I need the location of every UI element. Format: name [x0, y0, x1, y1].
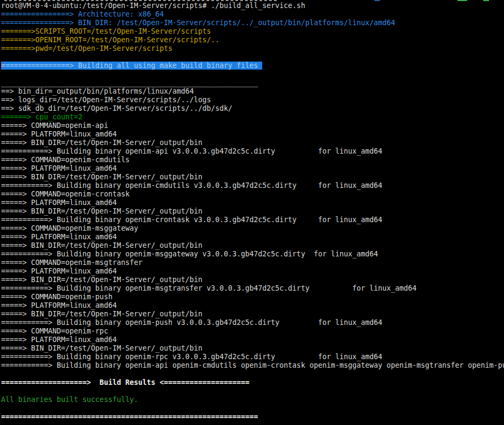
terminal-line-text: =====> PLATFORM=linux_amd64 [1, 130, 117, 138]
terminal-line-text: ================> BIN_DIR: /test/Open-IM… [1, 19, 395, 27]
terminal-line-text: ================> Building all using mak… [1, 62, 262, 70]
terminal-line-text: =======>pwd=/test/Open-IM-Server/scripts [1, 44, 172, 52]
terminal-line-text: =====> BIN_DIR=/test/Open-IM-Server/_out… [1, 276, 202, 284]
terminal-line-text: =====> PLATFORM=linux_amd64 [1, 164, 117, 172]
terminal-line-text: ===========> Building binary openim-cmdu… [1, 181, 382, 189]
terminal-line: =====> COMMAND=openim-cmdutils [1, 156, 504, 164]
terminal-line [1, 53, 504, 62]
terminal-line-text: ======> cpu_count=2 [1, 113, 82, 121]
terminal-line-text: ________________________________________… [1, 79, 258, 87]
terminal-line [1, 404, 504, 413]
terminal-line: =====> BIN_DIR=/test/Open-IM-Server/_out… [1, 241, 504, 250]
terminal-line-text: root@VM-0-4-ubuntu:/test/Open-IM-Server/… [1, 2, 305, 10]
terminal-line-text: =======>SCRIPTS_ROOT=/test/Open-IM-Serve… [1, 27, 211, 35]
terminal-line-text: =====> PLATFORM=linux_amd64 [1, 267, 117, 275]
terminal-line: ==> logs_dir=/test/Open-IM-Server/script… [1, 96, 504, 104]
terminal-line: =====> PLATFORM=linux_amd64 [1, 199, 504, 207]
clipped-text-fragment [4, 0, 278, 1]
terminal-line: =====> PLATFORM=linux_amd64 [1, 336, 504, 344]
terminal-line-text: =====> PLATFORM=linux_amd64 [1, 233, 117, 241]
terminal-line-text: =====> COMMAND=openim-msgtransfer [1, 259, 142, 267]
terminal-line: ===========> Building binary openim-api … [1, 147, 504, 156]
terminal-line-text: ===========> Building binary openim-api … [1, 147, 382, 155]
terminal-line: =====> BIN_DIR=/test/Open-IM-Server/_out… [1, 276, 504, 284]
terminal-line: All binaries built successfully. [1, 396, 504, 404]
terminal-line: ==> bin_dir=_output/bin/platforms/linux/… [1, 87, 504, 96]
terminal-line: =====> COMMAND=openim-msgtransfer [1, 259, 504, 267]
terminal-line-text: =====> COMMAND=openim-cmdutils [1, 156, 129, 164]
terminal-line-text: ===========> Building binary openim-msgt… [1, 284, 417, 292]
terminal-line-text: =====> BIN_DIR=/test/Open-IM-Server/_out… [1, 310, 202, 318]
terminal-line: ================> BIN_DIR: /test/Open-IM… [1, 19, 504, 27]
terminal-line-text: =====> COMMAND=openim-rpc [1, 327, 108, 335]
terminal-line-text: =====> COMMAND=openim-push [1, 293, 112, 301]
terminal-line-text: ===========> Building binary openim-msgg… [1, 250, 378, 258]
terminal-line: ===========> Building binary openim-msgg… [1, 250, 504, 259]
terminal-line: =====> BIN_DIR=/test/Open-IM-Server/_out… [1, 207, 504, 216]
terminal-line: ================> Building all using mak… [1, 62, 504, 70]
terminal-line-text: ===========> Building binary openim-push… [1, 318, 382, 327]
terminal-line-text: =====> PLATFORM=linux_amd64 [1, 199, 117, 207]
terminal-line: =====> PLATFORM=linux_amd64 [1, 130, 504, 139]
terminal-line-text: =====> BIN_DIR=/test/Open-IM-Server/_out… [1, 207, 202, 215]
terminal-line: =====> BIN_DIR=/test/Open-IM-Server/_out… [1, 310, 504, 318]
terminal-line: =======>OPENIM_ROOT=/test/Open-IM-Server… [1, 36, 504, 44]
terminal-line-text: =====> COMMAND=openim-api [1, 122, 108, 130]
terminal-line-text: =====> COMMAND=openim-crontask [1, 190, 129, 198]
terminal-line: =====> BIN_DIR=/test/Open-IM-Server/_out… [1, 344, 504, 353]
terminal-line-text: All binaries built successfully. [1, 396, 138, 404]
terminal-line-text: ==> logs_dir=/test/Open-IM-Server/script… [1, 96, 211, 104]
terminal-line-text: ===========> Building binary openim-cron… [1, 216, 382, 224]
terminal-line [1, 70, 504, 79]
terminal-line: ================> Architecture: x86_64 [1, 10, 504, 19]
terminal-line: =====> BIN_DIR=/test/Open-IM-Server/_out… [1, 139, 504, 147]
terminal-line: ==> sdk_db_dir=/test/Open-IM-Server/scri… [1, 104, 504, 113]
terminal-line-text: =====> COMMAND=openim-msggateway [1, 224, 138, 232]
terminal-line: =====> COMMAND=openim-api [1, 122, 504, 130]
terminal-line-text: ===========> Building binary openim-api … [1, 361, 504, 369]
terminal-line-text: =====> BIN_DIR=/test/Open-IM-Server/_out… [1, 344, 202, 352]
terminal-line-text: =====> PLATFORM=linux_amd64 [1, 336, 117, 344]
terminal-line: ===========> Building binary openim-api … [1, 361, 504, 370]
terminal-line: ===========> Building binary openim-rpc … [1, 353, 504, 361]
terminal-line-text: =====> BIN_DIR=/test/Open-IM-Server/_out… [1, 139, 202, 147]
terminal-line: =====> PLATFORM=linux_amd64 [1, 164, 504, 173]
terminal-line: ======> cpu_count=2 [1, 113, 504, 122]
terminal-line-text: =======>OPENIM_ROOT=/test/Open-IM-Server… [1, 36, 219, 44]
terminal-line: ====================> Build Results <===… [1, 378, 504, 387]
terminal-line-text: ==> bin_dir=_output/bin/platforms/linux/… [1, 87, 194, 95]
terminal-line: =====> COMMAND=openim-crontask [1, 190, 504, 199]
terminal-line: =====> PLATFORM=linux_amd64 [1, 267, 504, 276]
terminal-line: =====> COMMAND=openim-msggateway [1, 224, 504, 233]
terminal-line: ========================================… [1, 413, 504, 421]
terminal-line-text: ========================================… [1, 413, 258, 421]
terminal-line: ________________________________________… [1, 79, 504, 87]
terminal-line: =======>SCRIPTS_ROOT=/test/Open-IM-Serve… [1, 27, 504, 36]
terminal-line-text: ===========> Building binary openim-rpc … [1, 353, 382, 361]
terminal-line-text: =====> BIN_DIR=/test/Open-IM-Server/_out… [1, 173, 202, 181]
terminal-line: =====> BIN_DIR=/test/Open-IM-Server/_out… [1, 173, 504, 181]
terminal-line: ===========> Building binary openim-cron… [1, 216, 504, 224]
terminal-line [1, 387, 504, 396]
terminal-line: ===========> Building binary openim-msgt… [1, 284, 504, 293]
terminal-line: ===========> Building binary openim-push… [1, 318, 504, 327]
clipped-text-fragment [375, 0, 380, 1]
terminal-output: root@VM-0-4-ubuntu:/test/Open-IM-Server/… [1, 2, 504, 421]
clipped-text-fragment [457, 0, 467, 1]
terminal-line-text: =====> PLATFORM=linux_amd64 [1, 301, 117, 309]
terminal-line [1, 370, 504, 378]
terminal-line: =====> PLATFORM=linux_amd64 [1, 301, 504, 310]
terminal-line: ===========> Building binary openim-cmdu… [1, 181, 504, 190]
terminal-window[interactable]: root@VM-0-4-ubuntu:/test/Open-IM-Server/… [0, 0, 504, 425]
terminal-line: root@VM-0-4-ubuntu:/test/Open-IM-Server/… [1, 2, 504, 10]
terminal-line-text: ====================> Build Results <===… [1, 378, 249, 386]
clipped-text-fragment [483, 0, 489, 1]
terminal-line-text: ==> sdk_db_dir=/test/Open-IM-Server/scri… [1, 104, 232, 112]
terminal-line-text: =====> BIN_DIR=/test/Open-IM-Server/_out… [1, 241, 202, 249]
terminal-line-text: ================> Architecture: x86_64 [1, 10, 164, 18]
terminal-line: =====> PLATFORM=linux_amd64 [1, 233, 504, 241]
terminal-line: =======>pwd=/test/Open-IM-Server/scripts [1, 44, 504, 53]
terminal-line: =====> COMMAND=openim-push [1, 293, 504, 301]
terminal-line: =====> COMMAND=openim-rpc [1, 327, 504, 336]
